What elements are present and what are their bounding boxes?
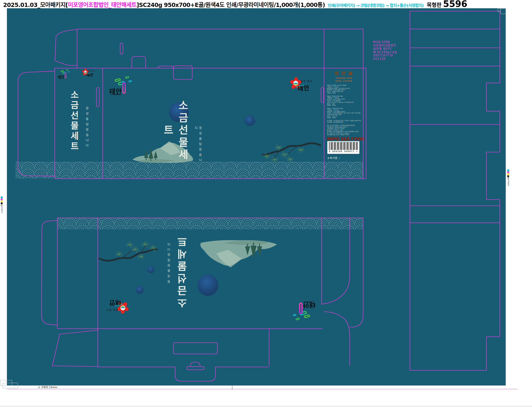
taean-logo-eng: TAEAN <box>307 301 315 303</box>
barcode-bars-icon <box>329 142 358 150</box>
flower-logo-script: 태안 <box>86 72 93 78</box>
wave-pattern-band-bottom <box>57 218 363 229</box>
sprout-leaf-icon <box>304 314 310 318</box>
info-text-line: 수입원 : (주)신성씨케이무역 경기 안산시 단원구 원포공원 1로 59 <box>327 112 361 114</box>
sprout-stem-icon <box>122 82 126 94</box>
flower-logo-script: 태안 <box>297 83 310 93</box>
info-text-line: 내용량 : 400g <box>327 117 361 119</box>
taean-flower-logo: 꽃과 바다 태안 <box>105 298 129 314</box>
diecut-sheet <box>7 8 506 385</box>
product-info-panel: 태 안 海 TAEAN SEA SEA FOOD 제품명 : 태안해 고운 함수… <box>327 70 361 178</box>
moon-circle-small <box>244 116 255 126</box>
die-spec-line: 태안해 패키지 <box>373 47 397 51</box>
die-spec-line: 395*197*70 <box>373 54 397 57</box>
info-text-line: 원재료명 : 소금(식용염 100%) <box>327 111 361 112</box>
taean-flower-logo-rotated: 꽃과 바다 태안 <box>105 298 129 314</box>
info-text-line: 식품유형 : 기타소금 <box>327 86 361 88</box>
taean-logo-eng: TAEAN <box>58 78 62 79</box>
die-spec-line: W.SC240g+e골 <box>373 51 397 54</box>
die-spec-block: MOA-5596미포영어조합법인태안해 패키지W.SC240g+e골395*19… <box>373 40 397 61</box>
barcode: 8 800286 040071 > <box>327 141 359 154</box>
info-text-line: 보관방법 : 직사광선을 피하고 건조하고 서늘한 실온에 보관 <box>327 120 361 122</box>
taean-county-logo-rotated: 태안 TAEAN <box>289 301 316 320</box>
info-text-line: 충남 태안군 안면읍 미포길 260-6 <box>327 126 361 128</box>
info-text-line: 전북 전주시 완산구 중인4길 3-16(중인동)1층 <box>327 102 361 103</box>
face-title-vertical: 소금선물세트 <box>179 95 190 166</box>
moon-circle-large <box>197 275 218 296</box>
info-text-line <box>327 94 361 96</box>
glue-gap-note: ↓구와이 15mm <box>38 385 57 389</box>
barcode-digits: 8 800286 040071 > <box>329 150 358 153</box>
brand-title-eng-1: TAEAN SEA <box>327 77 361 79</box>
trim-rule-line <box>7 389 518 389</box>
sprout-leaf-icon <box>125 76 129 79</box>
product-info-text: 제품명 : 태안해 고운 함수 천일염식품유형 : 기타소금품목제조보고번호 :… <box>327 85 361 135</box>
moon-circle-small <box>136 286 143 294</box>
panel-subtitle-vertical: 정성을담았습니다 <box>85 107 89 159</box>
spec-header: 2025.01.03_모아패키지[미포영어조합법인_태안해세트]SC240g 9… <box>0 0 532 8</box>
flower-logo-tagline: 꽃과 바다 <box>300 79 313 83</box>
flower-logo-tagline: 꽃과 바다 <box>106 308 118 312</box>
taean-flower-logo: 꽃과 바다 태안 <box>290 77 313 93</box>
sprout-leaf-icon <box>128 80 132 82</box>
cyan-patch-icon <box>1 196 3 198</box>
glue-gap-note-text: 구와이 15mm <box>41 386 57 389</box>
down-arrow-icon: ↓ <box>38 385 40 389</box>
info-text-line: 식품유형 : 기타소금 <box>327 97 361 99</box>
header-process-route: 인쇄(모아패키지) → 코팅(대명코팅) → 합지+톰슨(서정합지) <box>328 3 424 8</box>
island-illustration-rotated <box>196 238 280 276</box>
cyan-patch-icon <box>507 169 509 171</box>
register-crosshair-icon <box>507 177 509 179</box>
flower-logo-script: 태안 <box>109 298 121 308</box>
taean-county-logo: 태안 TAEAN <box>289 301 316 320</box>
info-text-line: 포장재질 : 폴리에틸렌(내면) <box>327 122 361 123</box>
info-text-line: 원재료명 : 소금(천일염 100%) <box>327 89 361 91</box>
brand-title-korean: 태 안 海 <box>327 70 361 76</box>
info-text-line: 본 제품은 공정거래위원회고시 소비자 분쟁해결 기준에 <box>327 131 361 132</box>
info-text-line: 원산지 : 파키스탄 <box>327 116 361 117</box>
info-text-line: 의거 교환 또는 보상받으실 수 있습니다. <box>327 132 361 134</box>
sprout-leaf-icon <box>115 78 121 82</box>
reg-mark-text: 모아패키지 <box>507 179 509 186</box>
die-spec-line: 미포영어조합법인 <box>373 44 397 47</box>
back-face-title-vertical-rotated: 소금선물세트 <box>175 235 187 309</box>
header-client-name: 미포영어조합법인_태안해세트 <box>68 1 137 8</box>
magenta-patch-icon <box>507 171 509 173</box>
info-text-line <box>327 119 361 120</box>
maker-name: MIPO SEA FOOD <box>327 137 361 141</box>
info-text-line: 고객상담실 : 041-673-9916 <box>327 128 361 129</box>
page-bottom-rule <box>0 406 532 406</box>
yellow-patch-icon <box>507 173 509 175</box>
info-text-line: 제품명 : 태안해 고운 함수 천일염 <box>327 85 361 86</box>
info-text-line: 내용량 : 400g <box>327 105 361 106</box>
sprout-leaf-icon <box>293 314 296 316</box>
info-text-line: 부정·불량식품 신고는 국번없이 1399 <box>327 134 361 136</box>
info-text-line: 원산지 : 이란 <box>327 103 361 105</box>
die-spec-line: 241230 <box>373 57 397 61</box>
info-text-line <box>327 123 361 125</box>
info-text-line: 제품명 : 히말라야 핑크 솔트 <box>327 108 361 109</box>
info-text-line: 식품유형 : 기타소금 <box>327 109 361 111</box>
info-text-line: 내용량 : 400g <box>327 93 361 94</box>
sprout-leaf-icon <box>68 71 70 73</box>
sprout-leaf-icon <box>296 317 300 320</box>
expiry-label: 소비기한 : <box>327 156 340 159</box>
sprout-stem-icon <box>65 73 66 78</box>
info-text-line <box>327 106 361 108</box>
face-subtitle-vertical: 정성을담았습니다 <box>194 126 202 167</box>
pine-branch-illustration-rotated <box>99 235 165 270</box>
info-text-line: 반품교환 : 제조원 및 구입처 <box>327 129 361 131</box>
info-text-line: 신영트윈타워 B동 102호 <box>327 114 361 116</box>
die-plate-label: 목형판 <box>427 2 441 8</box>
black-patch-icon <box>507 175 509 177</box>
pine-branch-illustration <box>255 135 321 168</box>
header-date-title: 2025.01.03_모아패키지[ <box>3 1 68 8</box>
info-text-line: 원재료명 : 소금(식용염 100%) <box>327 99 361 100</box>
flower-logo-tagline: 꽃과 바다 <box>88 70 95 72</box>
taean-county-logo: 태안 TAEAN <box>109 76 136 96</box>
yellow-patch-icon <box>1 200 3 202</box>
taean-county-logo: 태안 TAEAN <box>58 69 72 79</box>
info-text-line: 수입원 : 에스디알컴퍼니 <box>327 100 361 102</box>
die-spec-line: MOA-5596 <box>373 40 397 44</box>
taean-flower-logo: 꽃과 바다 태안 <box>82 69 95 78</box>
